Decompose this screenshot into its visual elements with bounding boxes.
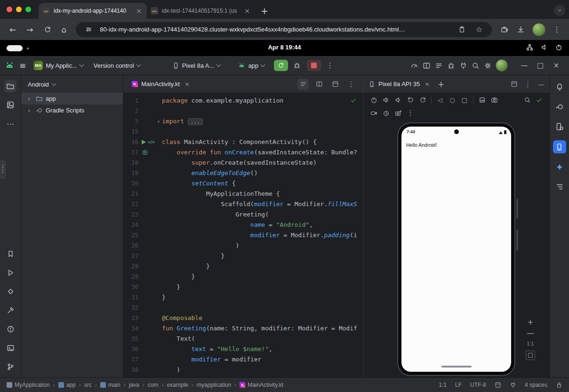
line-number[interactable]: 36	[123, 344, 138, 354]
code-text[interactable]: name = "Android",	[162, 220, 313, 230]
line-number[interactable]: 28	[123, 261, 138, 272]
downloads-icon[interactable]	[514, 25, 528, 33]
gutter[interactable]	[138, 189, 162, 199]
tab-close-icon[interactable]: ×	[243, 7, 251, 15]
code-line[interactable]: 20 setContent {	[123, 178, 363, 189]
forward-button[interactable]: →	[23, 23, 37, 36]
zoom-out-button[interactable]: —	[527, 330, 534, 336]
gutter[interactable]	[138, 230, 162, 240]
code-text[interactable]: }	[162, 272, 195, 282]
rerun-button[interactable]	[274, 60, 288, 71]
extensions-icon[interactable]	[497, 25, 511, 33]
code-text[interactable]: enableEdgeToEdge()	[162, 168, 258, 178]
code-line[interactable]: 31}	[123, 292, 363, 303]
code-text[interactable]: override fun onCreate(savedInstanceState…	[162, 147, 357, 158]
tab-search-button[interactable]	[554, 5, 565, 16]
code-line[interactable]: 30 }	[123, 282, 363, 292]
code-line[interactable]: 27 }	[123, 251, 363, 261]
macos-zoom-button[interactable]	[25, 7, 31, 12]
gutter[interactable]	[138, 292, 162, 303]
code-text[interactable]: super.onCreate(savedInstanceState)	[162, 158, 317, 168]
detach-editor-icon[interactable]	[329, 79, 341, 90]
code-line[interactable]: 37 modifier = modifier	[123, 354, 363, 365]
code-line[interactable]: 24 name = "Android",	[123, 220, 363, 230]
gutter[interactable]	[138, 209, 162, 220]
code-line[interactable]: 17 override fun onCreate(savedInstanceSt…	[123, 147, 363, 158]
run-line-icon[interactable]	[142, 140, 146, 144]
gutter[interactable]	[138, 199, 162, 209]
gutter[interactable]	[138, 303, 162, 313]
gutter[interactable]	[138, 261, 162, 272]
copy-link-icon[interactable]	[456, 26, 468, 33]
line-number[interactable]: 1	[123, 96, 138, 106]
code-line[interactable]: 22 Scaffold(modifier = Modifier.fillMaxS	[123, 199, 363, 209]
code-line[interactable]: 19 enableEdgeToEdge()	[123, 168, 363, 178]
code-text[interactable]: fun Greeting(name: String, modifier: Mod…	[162, 323, 357, 334]
code-text[interactable]: modifier = Modifier.padding(i	[162, 230, 357, 240]
notifications-icon[interactable]	[553, 81, 566, 93]
main-menu-icon[interactable]: ≡	[19, 61, 26, 70]
code-line[interactable]: 32	[123, 303, 363, 313]
breadcrumb-item[interactable]: main	[100, 382, 120, 388]
code-line[interactable]: 16</>class MainActivity : ComponentActiv…	[123, 137, 363, 147]
line-number[interactable]: 35	[123, 334, 138, 344]
code-line[interactable]: 29 }	[123, 272, 363, 282]
code-text[interactable]: import ...	[162, 116, 203, 127]
editor-view-mode-icon[interactable]	[297, 79, 309, 90]
add-device-button[interactable]: +	[438, 80, 444, 89]
emulator-phone[interactable]: 7:43 Hello Android!	[398, 123, 514, 375]
line-number[interactable]: 29	[123, 272, 138, 282]
panel-minimize-icon[interactable]: —	[538, 80, 545, 88]
code-line[interactable]: 34fun Greeting(name: String, modifier: M…	[123, 323, 363, 334]
gutter[interactable]	[138, 313, 162, 323]
more-tool-windows-icon[interactable]: ⋯	[4, 118, 16, 130]
power-icon[interactable]	[555, 44, 562, 51]
more-actions-icon[interactable]: ⋮	[324, 59, 336, 72]
breadcrumb-item[interactable]: myapplication	[197, 382, 231, 388]
address-bar[interactable]: 80-idx-my-android-app-1744140290428.clus…	[76, 22, 492, 37]
code-line[interactable]: 35 Text(	[123, 334, 363, 344]
gradle-tool-icon[interactable]	[553, 101, 566, 113]
url-text[interactable]: 80-idx-my-android-app-1744140290428.clus…	[100, 26, 450, 33]
running-devices-icon[interactable]	[553, 140, 566, 153]
plugins-icon[interactable]	[457, 59, 469, 72]
gutter[interactable]	[138, 354, 162, 365]
code-line[interactable]: 36 text = "Hello $name!",	[123, 344, 363, 354]
code-line[interactable]: 15	[123, 127, 363, 137]
breadcrumb-item[interactable]: com	[148, 382, 159, 388]
file-encoding[interactable]: UTF-8	[470, 382, 486, 388]
tab-close-icon[interactable]: ×	[135, 7, 143, 15]
browser-tab-active[interactable]: vnc idx-my-android-app-1744140 ×	[39, 3, 147, 19]
tab-close-icon[interactable]: ×	[183, 80, 191, 88]
code-text[interactable]: Greeting(	[162, 209, 269, 220]
new-tab-button[interactable]: +	[255, 6, 274, 19]
line-number[interactable]: 24	[123, 220, 138, 230]
gutter[interactable]	[138, 240, 162, 251]
gutter[interactable]	[138, 365, 162, 375]
site-settings-icon[interactable]	[82, 26, 95, 33]
device-tab-pixel8a[interactable]: Pixel 8a API 35 ×	[369, 80, 431, 88]
line-number[interactable]: 23	[123, 209, 138, 220]
bookmark-star-icon[interactable]: ☆	[473, 25, 485, 34]
volume-down-icon[interactable]	[392, 94, 404, 106]
line-number[interactable]: 31	[123, 292, 138, 303]
split-editor-icon[interactable]	[313, 79, 325, 90]
zoom-mode-icon[interactable]	[524, 96, 531, 104]
indent-setting[interactable]: 4 spaces	[525, 382, 547, 388]
project-selector[interactable]: MA My Applic...	[31, 59, 86, 72]
code-text[interactable]: Scaffold(modifier = Modifier.fillMaxS	[162, 199, 357, 209]
code-line[interactable]: 2	[123, 106, 363, 116]
gutter[interactable]	[138, 178, 162, 189]
breadcrumb-item[interactable]: java	[129, 382, 139, 388]
layout-inspector-icon[interactable]	[420, 59, 433, 72]
project-tool-icon[interactable]	[4, 80, 16, 92]
gutter[interactable]	[138, 272, 162, 282]
android-overview-icon[interactable]: □	[458, 94, 471, 106]
tool-window-drag-handle[interactable]	[0, 160, 6, 178]
fold-icon[interactable]: ›	[157, 116, 162, 127]
line-number[interactable]: 18	[123, 158, 138, 168]
rotate-left-icon[interactable]	[404, 94, 417, 106]
code-text[interactable]: package com.example.myapplication	[162, 96, 283, 106]
line-number[interactable]: 34	[123, 323, 138, 334]
code-text[interactable]: }	[162, 261, 210, 272]
